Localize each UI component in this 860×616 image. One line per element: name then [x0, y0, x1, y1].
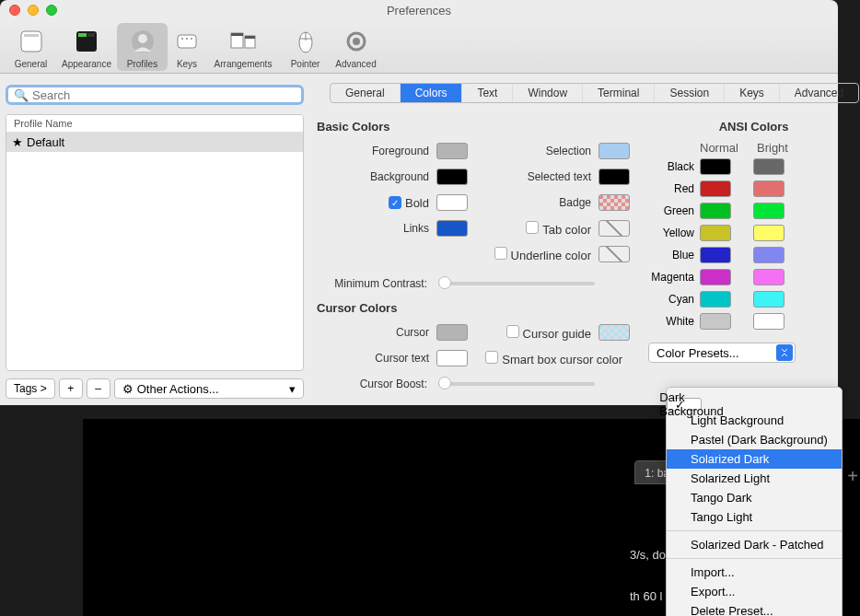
background-swatch[interactable]: [436, 169, 468, 185]
tab-terminal[interactable]: Terminal: [583, 84, 655, 102]
menu-item[interactable]: Import...: [667, 563, 842, 582]
min-contrast-slider[interactable]: [438, 282, 595, 285]
toolbar-keys[interactable]: Keys: [168, 23, 206, 71]
color-presets-menu: Dark BackgroundLight BackgroundPastel (D…: [666, 387, 843, 616]
tab-color-checkbox[interactable]: [526, 221, 539, 234]
tab-general[interactable]: General: [331, 84, 401, 102]
ansi-bright-swatch[interactable]: [753, 180, 784, 197]
ansi-row: Yellow: [648, 225, 859, 241]
profiles-header: Profile Name: [6, 115, 303, 133]
titlebar: Preferences: [0, 0, 838, 20]
ansi-normal-swatch[interactable]: [700, 203, 731, 219]
ansi-normal-swatch[interactable]: [700, 291, 731, 308]
search-field[interactable]: [32, 88, 296, 102]
ansi-bright-swatch[interactable]: [753, 247, 784, 263]
search-input[interactable]: 🔍: [6, 85, 304, 105]
svg-rect-1: [24, 34, 39, 37]
ansi-bright-swatch[interactable]: [753, 225, 784, 241]
menu-item[interactable]: Dark Background: [667, 398, 702, 411]
toolbar-arrangements[interactable]: Arrangements: [206, 23, 280, 71]
color-presets-button[interactable]: Color Presets...: [648, 343, 796, 363]
foreground-swatch[interactable]: [436, 143, 468, 159]
ansi-bright-swatch[interactable]: [753, 158, 784, 175]
menu-item[interactable]: Delete Preset...: [667, 601, 842, 616]
ansi-row: White: [648, 313, 859, 330]
tab-window[interactable]: Window: [513, 84, 583, 102]
ansi-bright-swatch[interactable]: [753, 313, 784, 330]
general-icon: [17, 27, 46, 56]
add-profile-button[interactable]: +: [59, 378, 83, 399]
tab-text[interactable]: Text: [462, 84, 513, 102]
ansi-normal-swatch[interactable]: [700, 225, 731, 241]
bold-checkbox[interactable]: ✓: [389, 196, 401, 209]
arrangements-icon: [228, 27, 258, 56]
svg-rect-3: [78, 33, 87, 37]
menu-item[interactable]: Export...: [667, 582, 842, 601]
chevron-down-icon: ▾: [289, 382, 296, 396]
cursor-swatch[interactable]: [436, 324, 468, 341]
ansi-row: Red: [648, 180, 859, 197]
search-icon: 🔍: [14, 88, 29, 102]
preferences-toolbar: General Appearance Profiles Keys Arrange…: [0, 20, 838, 74]
menu-item[interactable]: Tango Dark: [667, 488, 842, 507]
tab-color-swatch[interactable]: [599, 220, 630, 237]
add-tab-icon[interactable]: +: [847, 466, 858, 487]
selection-swatch[interactable]: [599, 143, 630, 159]
menu-item[interactable]: Light Background: [667, 411, 842, 430]
svg-point-19: [353, 38, 360, 45]
cursor-guide-checkbox[interactable]: [506, 325, 519, 338]
selected-text-swatch[interactable]: [599, 169, 630, 185]
main-panel: General Colors Text Window Terminal Sess…: [309, 74, 860, 404]
ansi-row: Green: [648, 203, 859, 219]
ansi-colors-title: ANSI Colors: [648, 120, 859, 134]
ansi-normal-swatch[interactable]: [700, 180, 731, 197]
profiles-icon: [128, 27, 157, 56]
toolbar-profiles[interactable]: Profiles: [117, 23, 168, 71]
star-icon: ★: [12, 135, 23, 149]
chevron-down-icon: [776, 344, 793, 361]
menu-item[interactable]: Solarized Dark - Patched: [667, 535, 842, 554]
preferences-window: Preferences General Appearance Profiles …: [0, 0, 838, 405]
smart-box-checkbox[interactable]: [485, 351, 498, 364]
tab-colors[interactable]: Colors: [401, 84, 463, 102]
ansi-normal-swatch[interactable]: [700, 247, 731, 263]
ansi-bright-swatch[interactable]: [753, 269, 784, 285]
toolbar-general[interactable]: General: [6, 23, 56, 71]
tags-button[interactable]: Tags >: [6, 378, 55, 399]
toolbar-appearance[interactable]: Appearance: [56, 23, 117, 71]
svg-point-8: [181, 38, 183, 40]
other-actions-button[interactable]: ⚙︎Other Actions...▾: [114, 378, 304, 399]
underline-color-checkbox[interactable]: [494, 247, 507, 260]
svg-rect-13: [231, 33, 243, 36]
bold-swatch[interactable]: [436, 194, 468, 211]
tab-session[interactable]: Session: [655, 84, 725, 102]
menu-item[interactable]: Solarized Dark: [667, 449, 842, 469]
svg-point-9: [186, 38, 188, 40]
ansi-row: Magenta: [648, 269, 859, 285]
links-swatch[interactable]: [436, 220, 468, 237]
ansi-normal-swatch[interactable]: [700, 313, 731, 330]
ansi-normal-swatch[interactable]: [700, 158, 731, 175]
cursor-text-swatch[interactable]: [436, 350, 468, 366]
tab-advanced[interactable]: Advanced: [780, 84, 858, 102]
toolbar-advanced[interactable]: Advanced: [331, 23, 381, 71]
basic-colors-title: Basic Colors: [317, 120, 630, 134]
menu-item[interactable]: Tango Light: [667, 507, 842, 527]
cursor-guide-swatch[interactable]: [599, 324, 630, 341]
menu-item[interactable]: Solarized Light: [667, 469, 842, 488]
tab-keys[interactable]: Keys: [725, 84, 780, 102]
svg-rect-4: [87, 33, 95, 37]
toolbar-pointer[interactable]: Pointer: [280, 23, 331, 71]
svg-point-6: [138, 34, 147, 43]
list-item[interactable]: ★Default: [6, 133, 303, 152]
cursor-boost-slider[interactable]: [438, 382, 595, 386]
ansi-bright-swatch[interactable]: [753, 291, 784, 308]
underline-color-swatch[interactable]: [599, 246, 630, 262]
menu-item[interactable]: Pastel (Dark Background): [667, 430, 842, 449]
ansi-bright-swatch[interactable]: [753, 203, 784, 219]
sidebar: 🔍 Profile Name ★Default Tags > + – ⚙︎Oth…: [0, 74, 309, 404]
badge-swatch[interactable]: [599, 194, 630, 211]
remove-profile-button[interactable]: –: [87, 378, 110, 399]
svg-rect-7: [178, 35, 196, 48]
ansi-normal-swatch[interactable]: [700, 269, 731, 285]
